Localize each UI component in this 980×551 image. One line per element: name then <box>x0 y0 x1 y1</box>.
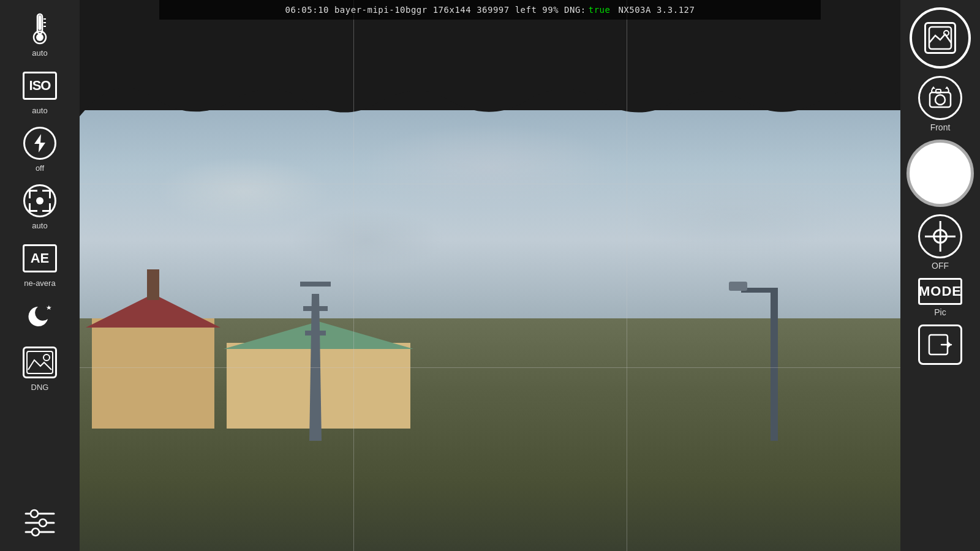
focus-corner-tl <box>29 190 37 198</box>
thermometer-icon <box>21 10 58 47</box>
status-version: 3.3.127 <box>657 5 695 15</box>
flash-label: off <box>36 163 44 173</box>
status-dng-label: DNG: <box>564 5 586 15</box>
status-side: left <box>515 5 537 15</box>
status-battery: 99% <box>542 5 559 15</box>
status-device: NX503A <box>618 5 651 15</box>
svg-rect-21 <box>936 89 941 93</box>
viewfinder: 06:05:10 bayer-mipi-10bggr 176x144 36999… <box>80 0 900 551</box>
status-format: bayer-mipi-10bggr <box>334 5 428 15</box>
dng-icon <box>21 344 58 381</box>
dng-label: DNG <box>31 383 49 392</box>
mode-text: MODE <box>919 283 962 299</box>
ae-icon: AE <box>21 240 58 277</box>
target-icon <box>918 214 962 258</box>
camera-scene <box>80 0 900 551</box>
status-bar: 06:05:10 bayer-mipi-10bggr 176x144 36999… <box>159 0 821 20</box>
svg-marker-23 <box>932 86 935 89</box>
left-sidebar: auto ISO auto off <box>0 0 80 551</box>
temperature-button[interactable]: auto <box>9 7 70 60</box>
ae-button[interactable]: AE ne-avera <box>9 238 70 290</box>
focus-button[interactable]: auto <box>9 180 70 233</box>
iso-label: auto <box>32 106 47 115</box>
tower-body <box>309 294 322 441</box>
iso-box: ISO <box>23 72 57 100</box>
ae-box: AE <box>23 244 57 272</box>
svg-point-16 <box>32 528 39 536</box>
lamp-post <box>771 288 778 441</box>
svg-point-12 <box>31 510 38 517</box>
status-time: 06:05:10 <box>285 5 329 15</box>
right-sidebar: Front OFF MODE Pic <box>900 0 980 551</box>
flash-icon <box>21 125 58 162</box>
focus-circle <box>23 184 56 217</box>
iso-icon: ISO <box>21 67 58 104</box>
lamp-head <box>729 282 747 291</box>
night-mode-icon <box>21 298 58 334</box>
mode-label: Pic <box>934 307 946 317</box>
exit-icon <box>928 334 952 356</box>
status-resolution: 176x144 <box>433 5 472 15</box>
camera-flip-label: Front <box>930 122 951 132</box>
flash-button[interactable]: off <box>9 122 70 175</box>
svg-point-10 <box>43 354 50 361</box>
svg-point-14 <box>39 519 47 527</box>
target-label: OFF <box>932 261 949 271</box>
mode-box: MODE <box>918 278 962 305</box>
camera-flip-button[interactable]: Front <box>918 76 962 132</box>
temperature-label: auto <box>32 48 47 58</box>
svg-point-20 <box>935 95 945 105</box>
target-button[interactable]: OFF <box>918 214 962 271</box>
flash-circle <box>23 127 56 160</box>
svg-point-3 <box>36 34 43 41</box>
dng-button[interactable]: DNG <box>9 342 70 394</box>
svg-marker-7 <box>34 134 45 152</box>
ae-label: ne-avera <box>24 279 55 288</box>
iso-text: ISO <box>29 78 51 94</box>
house1 <box>92 318 214 429</box>
camera-flip-icon <box>918 76 962 120</box>
night-wrap <box>23 299 56 332</box>
power-tower <box>300 269 331 441</box>
dng-box <box>23 347 57 378</box>
mode-button[interactable]: MODE Pic <box>918 278 962 317</box>
settings-button[interactable] <box>9 502 70 544</box>
shutter-button[interactable] <box>907 140 974 207</box>
focus-icon <box>21 182 58 219</box>
svg-marker-22 <box>945 86 949 89</box>
svg-rect-1 <box>39 15 42 30</box>
exit-button[interactable] <box>918 324 962 365</box>
status-value: 369997 <box>477 5 510 15</box>
svg-marker-26 <box>948 341 951 348</box>
tower-cross <box>300 282 331 287</box>
svg-marker-8 <box>47 305 51 310</box>
sliders-icon <box>21 504 58 541</box>
gallery-icon <box>924 22 956 54</box>
status-dng-value: true <box>589 5 611 15</box>
lamp-arm <box>741 288 778 293</box>
ae-text: AE <box>31 250 50 266</box>
iso-button[interactable]: ISO auto <box>9 65 70 118</box>
gallery-button[interactable] <box>910 7 971 69</box>
house1-chimney <box>147 269 159 300</box>
focus-corner-tr <box>42 190 51 198</box>
night-mode-button[interactable] <box>9 295 70 337</box>
focus-corner-br <box>42 203 51 212</box>
focus-corner-bl <box>29 203 37 212</box>
target-crosshair-v <box>940 221 941 252</box>
focus-label: auto <box>32 221 47 230</box>
